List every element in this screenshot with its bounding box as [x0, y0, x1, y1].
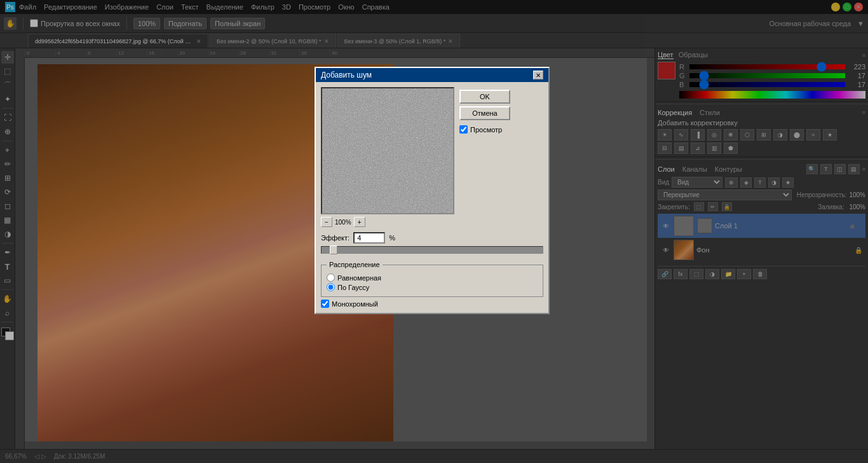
corr-icon-bw[interactable]: ◑ — [773, 129, 787, 141]
color-r-slider[interactable] — [689, 64, 845, 69]
menu-filter[interactable]: Фильтр — [251, 3, 275, 11]
cancel-button[interactable]: Отмена — [459, 106, 510, 120]
preview-checkbox[interactable] — [459, 125, 468, 134]
layer-0-visibility[interactable]: ◉ — [850, 223, 860, 230]
canvas-scrollbar-v[interactable] — [647, 58, 654, 449]
eyedropper-tool[interactable]: ⊕ — [1, 125, 14, 138]
canvas-scrollbar-h[interactable] — [25, 441, 647, 449]
lock-pixel-btn[interactable]: ⬚ — [694, 202, 704, 211]
layers-filter-select[interactable]: Вид — [672, 177, 722, 188]
menu-text[interactable]: Текст — [181, 3, 199, 11]
menu-edit[interactable]: Редактирование — [44, 3, 97, 11]
corr-icon-gradient-map[interactable]: ▥ — [707, 142, 721, 154]
menu-image[interactable]: Изображение — [105, 3, 149, 11]
text-tool[interactable]: T — [1, 260, 14, 273]
ok-button[interactable]: OK — [459, 90, 510, 104]
move-tool[interactable]: ✛ — [1, 51, 14, 64]
magic-wand-tool[interactable]: ✦ — [1, 93, 14, 106]
layers-tool-1[interactable]: T — [820, 164, 832, 174]
layer-row-1[interactable]: 👁 Фон 🔒 — [658, 238, 865, 262]
eraser-tool[interactable]: ◻ — [1, 200, 14, 212]
corr-icon-exposure[interactable]: ◎ — [707, 129, 721, 141]
color-panel-expander[interactable]: ≡ — [862, 52, 865, 59]
menu-help[interactable]: Справка — [362, 3, 390, 11]
filter-btn-2[interactable]: ◈ — [740, 177, 752, 188]
dialog-close-btn[interactable]: ✕ — [533, 71, 543, 79]
zoom-tool[interactable]: ⌕ — [1, 307, 14, 319]
corr-icon-threshold[interactable]: ⊿ — [691, 142, 705, 154]
filter-btn-5[interactable]: ★ — [782, 177, 794, 188]
tab-2[interactable]: Без имени-3 @ 50% (Слой 1, RGB/8) * ✕ — [337, 34, 461, 48]
correction-panel-expander[interactable]: ≡ — [862, 109, 865, 116]
close-button[interactable]: ✕ — [854, 3, 863, 11]
add-mask-btn[interactable]: ⬚ — [689, 269, 703, 279]
shape-tool[interactable]: ▭ — [1, 274, 14, 287]
maximize-button[interactable]: □ — [843, 3, 851, 11]
color-swatch[interactable] — [658, 62, 675, 79]
color-spectrum-bar[interactable] — [679, 91, 865, 99]
add-correction-btn[interactable]: ◑ — [705, 269, 719, 279]
menu-file[interactable]: Файл — [19, 3, 36, 11]
menu-view[interactable]: Просмотр — [299, 3, 330, 11]
layers-tool-2[interactable]: ◫ — [834, 164, 846, 174]
corr-icon-photfilter[interactable]: ⬤ — [790, 129, 804, 141]
minimize-button[interactable]: ─ — [831, 3, 840, 11]
layers-panel-expander[interactable]: ≡ — [862, 166, 865, 172]
dodge-tool[interactable]: ◑ — [1, 228, 14, 240]
add-layer-btn[interactable]: + — [737, 269, 751, 279]
layer-0-eye[interactable]: 👁 — [661, 221, 671, 231]
history-brush-tool[interactable]: ⟳ — [1, 186, 14, 198]
filter-btn-1[interactable]: ⊕ — [725, 177, 738, 188]
menu-layers[interactable]: Слои — [156, 3, 173, 11]
filter-btn-4[interactable]: ◑ — [768, 177, 780, 188]
add-group-btn[interactable]: 📁 — [721, 269, 735, 279]
color-b-slider[interactable] — [689, 82, 845, 87]
gradient-tool[interactable]: ▦ — [1, 214, 14, 226]
effect-input[interactable] — [353, 232, 385, 244]
menu-selection[interactable]: Выделение — [207, 3, 243, 11]
hand-tool[interactable]: ✋ — [1, 293, 14, 305]
corr-icon-colorbalance[interactable]: ⊞ — [757, 129, 771, 141]
layer-1-eye[interactable]: 👁 — [661, 245, 671, 255]
effect-slider[interactable] — [321, 246, 543, 254]
menu-window[interactable]: Окно — [338, 3, 355, 11]
corr-icon-levels[interactable]: ▐ — [691, 129, 705, 141]
clone-tool[interactable]: ⊞ — [1, 172, 14, 184]
tab-1-close[interactable]: ✕ — [324, 38, 329, 45]
corr-icon-vibrance[interactable]: ❋ — [724, 129, 738, 141]
fit-btn[interactable]: Подогнать — [164, 18, 207, 29]
hand-tool-icon[interactable]: ✋ — [4, 17, 17, 30]
tab-styles[interactable]: Стили — [700, 109, 720, 116]
lasso-tool[interactable]: ⌒ — [1, 79, 14, 92]
corr-icon-hsl[interactable]: ⬡ — [740, 129, 754, 141]
zoom-out-btn[interactable]: − — [321, 217, 332, 227]
corr-icon-channelmix[interactable]: ≈ — [806, 129, 820, 141]
corr-icon-curves[interactable]: ∿ — [674, 129, 688, 141]
crop-tool[interactable]: ⛶ — [1, 111, 14, 124]
tab-color[interactable]: Цвет — [658, 51, 674, 59]
radio-uniform[interactable] — [327, 273, 335, 282]
tab-2-close[interactable]: ✕ — [448, 38, 453, 45]
layers-search-btn[interactable]: 🔍 — [806, 164, 818, 174]
tab-contours[interactable]: Контуры — [715, 165, 742, 173]
tab-correction[interactable]: Коррекция — [658, 109, 692, 116]
zoom-value-btn[interactable]: 100% — [133, 18, 160, 29]
corr-icon-selective[interactable]: ⬟ — [724, 142, 738, 154]
lock-all-btn[interactable]: 🔒 — [722, 202, 732, 211]
color-g-slider[interactable] — [689, 73, 845, 78]
corr-icon-invert[interactable]: ⊟ — [658, 142, 672, 154]
scroll-all-checkbox[interactable] — [30, 19, 38, 27]
fg-bg-colors[interactable] — [1, 328, 14, 340]
zoom-in-btn[interactable]: + — [354, 217, 365, 227]
tab-channels[interactable]: Каналы — [682, 165, 707, 173]
layers-tool-3[interactable]: ▤ — [848, 164, 860, 174]
selection-tool[interactable]: ⬚ — [1, 65, 14, 78]
layer-row-0[interactable]: 👁 Слой 1 ◉ — [658, 214, 865, 238]
blend-mode-select[interactable]: Перекрытие — [658, 190, 792, 200]
corr-icon-posterize[interactable]: ▤ — [674, 142, 688, 154]
delete-layer-btn[interactable]: 🗑 — [753, 269, 767, 279]
radio-gaussian[interactable] — [327, 283, 335, 291]
heal-tool[interactable]: ⌖ — [1, 144, 14, 156]
menu-3d[interactable]: 3D — [282, 3, 291, 11]
tab-0[interactable]: dd99562fc42f65b4193f703110496827.jpg @ 6… — [28, 34, 208, 48]
